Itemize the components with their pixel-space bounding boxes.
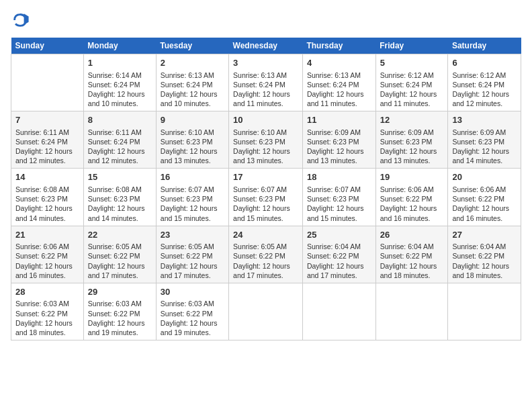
daylight-text: Daylight: 12 hours and 15 minutes. (233, 203, 298, 222)
logo-icon (11, 11, 30, 30)
calendar-cell (448, 283, 521, 340)
day-number: 5 (380, 57, 444, 69)
day-number: 18 (307, 171, 371, 183)
header-monday: Monday (83, 38, 156, 54)
day-number: 17 (233, 171, 298, 183)
day-number: 25 (307, 229, 371, 241)
calendar-cell: 5Sunrise: 6:12 AMSunset: 6:24 PMDaylight… (375, 54, 448, 111)
daylight-text: Daylight: 12 hours and 13 minutes. (380, 146, 444, 165)
sunrise-text: Sunrise: 6:07 AM (161, 185, 224, 194)
sunset-text: Sunset: 6:23 PM (88, 194, 152, 203)
daylight-text: Daylight: 12 hours and 14 minutes. (88, 203, 152, 222)
daylight-text: Daylight: 12 hours and 16 minutes. (452, 203, 517, 222)
sunset-text: Sunset: 6:22 PM (307, 251, 371, 261)
calendar-week-3: 21Sunrise: 6:06 AMSunset: 6:22 PMDayligh… (11, 226, 521, 283)
sunrise-text: Sunrise: 6:09 AM (380, 128, 444, 137)
sunset-text: Sunset: 6:23 PM (452, 137, 517, 146)
calendar-cell: 20Sunrise: 6:06 AMSunset: 6:22 PMDayligh… (448, 169, 521, 226)
calendar-table: SundayMondayTuesdayWednesdayThursdayFrid… (11, 38, 521, 340)
calendar-cell: 6Sunrise: 6:12 AMSunset: 6:24 PMDaylight… (448, 54, 521, 111)
svg-marker-0 (24, 13, 29, 25)
calendar-cell (229, 283, 303, 340)
sunrise-text: Sunrise: 6:13 AM (161, 71, 224, 80)
daylight-text: Daylight: 12 hours and 18 minutes. (452, 261, 517, 280)
sunrise-text: Sunrise: 6:11 AM (88, 128, 152, 137)
calendar-cell: 3Sunrise: 6:13 AMSunset: 6:24 PMDaylight… (229, 54, 303, 111)
calendar-cell: 15Sunrise: 6:08 AMSunset: 6:23 PMDayligh… (83, 169, 156, 226)
sunset-text: Sunset: 6:22 PM (233, 251, 298, 261)
daylight-text: Daylight: 12 hours and 15 minutes. (161, 203, 224, 222)
calendar-week-2: 14Sunrise: 6:08 AMSunset: 6:23 PMDayligh… (11, 169, 521, 226)
calendar-cell: 8Sunrise: 6:11 AMSunset: 6:24 PMDaylight… (83, 111, 156, 169)
sunrise-text: Sunrise: 6:10 AM (233, 128, 298, 137)
day-number: 28 (15, 286, 79, 298)
sunset-text: Sunset: 6:22 PM (452, 194, 517, 203)
day-number: 29 (88, 286, 152, 298)
calendar-week-0: 1Sunrise: 6:14 AMSunset: 6:24 PMDaylight… (11, 54, 521, 111)
sunset-text: Sunset: 6:23 PM (161, 194, 224, 203)
day-number: 27 (452, 229, 517, 241)
sunrise-text: Sunrise: 6:12 AM (380, 71, 444, 80)
daylight-text: Daylight: 12 hours and 12 minutes. (15, 146, 79, 165)
calendar-cell: 13Sunrise: 6:09 AMSunset: 6:23 PMDayligh… (448, 111, 521, 169)
calendar-cell: 17Sunrise: 6:07 AMSunset: 6:23 PMDayligh… (229, 169, 303, 226)
sunset-text: Sunset: 6:23 PM (233, 137, 298, 146)
day-number: 8 (88, 114, 152, 126)
day-number: 6 (452, 57, 517, 69)
daylight-text: Daylight: 12 hours and 17 minutes. (233, 261, 298, 280)
day-number: 16 (161, 171, 224, 183)
sunset-text: Sunset: 6:24 PM (452, 80, 517, 89)
calendar-cell (11, 54, 84, 111)
calendar-cell: 2Sunrise: 6:13 AMSunset: 6:24 PMDaylight… (156, 54, 228, 111)
day-number: 9 (161, 114, 224, 126)
sunset-text: Sunset: 6:24 PM (88, 137, 152, 146)
sunset-text: Sunset: 6:23 PM (307, 194, 371, 203)
daylight-text: Daylight: 12 hours and 11 minutes. (380, 89, 444, 108)
day-number: 11 (307, 114, 371, 126)
day-number: 13 (452, 114, 517, 126)
daylight-text: Daylight: 12 hours and 10 minutes. (161, 89, 224, 108)
calendar-cell: 4Sunrise: 6:13 AMSunset: 6:24 PMDaylight… (302, 54, 375, 111)
sunset-text: Sunset: 6:22 PM (380, 194, 444, 203)
sunset-text: Sunset: 6:22 PM (161, 309, 224, 318)
sunset-text: Sunset: 6:24 PM (161, 80, 224, 89)
daylight-text: Daylight: 12 hours and 11 minutes. (307, 89, 371, 108)
sunrise-text: Sunrise: 6:13 AM (307, 71, 371, 80)
day-number: 4 (307, 57, 371, 69)
sunset-text: Sunset: 6:24 PM (88, 80, 152, 89)
daylight-text: Daylight: 12 hours and 13 minutes. (233, 146, 298, 165)
header-saturday: Saturday (448, 38, 521, 54)
calendar-header-row: SundayMondayTuesdayWednesdayThursdayFrid… (11, 38, 521, 54)
header-wednesday: Wednesday (229, 38, 303, 54)
sunset-text: Sunset: 6:24 PM (380, 80, 444, 89)
calendar-cell: 25Sunrise: 6:04 AMSunset: 6:22 PMDayligh… (302, 226, 375, 283)
sunrise-text: Sunrise: 6:05 AM (161, 242, 224, 251)
day-number: 26 (380, 229, 444, 241)
sunset-text: Sunset: 6:23 PM (15, 194, 79, 203)
sunset-text: Sunset: 6:22 PM (380, 251, 444, 261)
daylight-text: Daylight: 12 hours and 10 minutes. (88, 89, 152, 108)
calendar-cell (302, 283, 375, 340)
day-number: 1 (88, 57, 152, 69)
calendar-cell: 27Sunrise: 6:04 AMSunset: 6:22 PMDayligh… (448, 226, 521, 283)
day-number: 3 (233, 57, 298, 69)
header-friday: Friday (375, 38, 448, 54)
sunrise-text: Sunrise: 6:08 AM (15, 185, 79, 194)
daylight-text: Daylight: 12 hours and 16 minutes. (15, 261, 79, 280)
daylight-text: Daylight: 12 hours and 12 minutes. (88, 146, 152, 165)
calendar-cell: 7Sunrise: 6:11 AMSunset: 6:24 PMDaylight… (11, 111, 84, 169)
sunset-text: Sunset: 6:23 PM (233, 194, 298, 203)
sunrise-text: Sunrise: 6:05 AM (88, 242, 152, 251)
calendar-cell: 30Sunrise: 6:03 AMSunset: 6:22 PMDayligh… (156, 283, 228, 340)
calendar-cell: 29Sunrise: 6:03 AMSunset: 6:22 PMDayligh… (83, 283, 156, 340)
daylight-text: Daylight: 12 hours and 15 minutes. (307, 203, 371, 222)
daylight-text: Daylight: 12 hours and 19 minutes. (161, 318, 224, 337)
page-header (11, 11, 521, 30)
sunset-text: Sunset: 6:22 PM (88, 309, 152, 318)
sunrise-text: Sunrise: 6:04 AM (452, 242, 517, 251)
sunrise-text: Sunrise: 6:05 AM (233, 242, 298, 251)
daylight-text: Daylight: 12 hours and 17 minutes. (88, 261, 152, 280)
sunset-text: Sunset: 6:23 PM (307, 137, 371, 146)
calendar-cell (375, 283, 448, 340)
daylight-text: Daylight: 12 hours and 12 minutes. (452, 89, 517, 108)
